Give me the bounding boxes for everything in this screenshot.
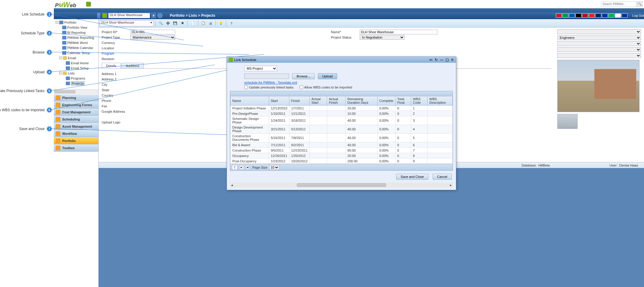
table-row[interactable]: Design Development Phase3/21/20115/13/20…: [231, 125, 453, 134]
column-header[interactable]: Total Float: [395, 96, 411, 106]
next-page-icon[interactable]: ▸: [239, 165, 244, 170]
browse-button[interactable]: Browse...: [292, 73, 315, 79]
last-page-icon[interactable]: ▸|: [246, 165, 251, 170]
cancel-button[interactable]: Cancel: [433, 174, 452, 180]
tree-item[interactable]: Portfolio View: [54, 25, 98, 30]
tree-email[interactable]: −Email: [54, 55, 98, 60]
project-thumbnail[interactable]: [557, 114, 578, 129]
pin-icon[interactable]: ↤: [429, 58, 433, 62]
tree-item[interactable]: Email Home: [54, 60, 98, 65]
module-planning[interactable]: Planning: [54, 94, 98, 101]
table-row[interactable]: Schematic Design Phase1/24/20113/18/2011…: [231, 116, 453, 125]
tree-item[interactable]: PMWeb Reporting: [54, 35, 98, 40]
table-row[interactable]: Construction Phase9/5/201112/23/201180.0…: [231, 148, 453, 153]
allow-wbs-check[interactable]: Allow WBS codes to be imported: [300, 86, 352, 89]
modal-h-scrollbar[interactable]: ◂▸: [230, 183, 453, 187]
flag-icon[interactable]: [602, 13, 608, 18]
flag-icon[interactable]: [615, 13, 621, 18]
logout-link[interactable]: Log Out: [632, 14, 644, 17]
module-portfolio[interactable]: Portfolio: [54, 137, 98, 144]
schedule-type-select[interactable]: MS Project: [244, 66, 277, 71]
update-linked-check[interactable]: Update previously linked tasks: [244, 86, 294, 89]
tree-item[interactable]: PMWeb Calendar: [54, 45, 98, 50]
close-icon[interactable]: ✕: [451, 58, 454, 62]
right-select-1[interactable]: [557, 29, 641, 34]
save-and-close-button[interactable]: Save and Close: [396, 174, 428, 180]
home-icon[interactable]: [86, 2, 91, 7]
column-header[interactable]: Finish: [289, 96, 309, 106]
tree-item[interactable]: BI Reporting: [54, 30, 98, 35]
copy-icon[interactable]: 📄: [190, 20, 196, 27]
save-icon[interactable]: 💾: [172, 20, 178, 27]
page-number[interactable]: 1: [232, 165, 237, 170]
module-engineering-forms[interactable]: Engineering Forms: [54, 101, 98, 109]
link-schedule-icon[interactable]: [157, 13, 163, 18]
module-toolbox[interactable]: Toolbox: [54, 144, 98, 152]
tree-root[interactable]: −Portfolio: [54, 20, 98, 25]
column-header[interactable]: WBS Code: [411, 96, 427, 106]
column-header[interactable]: Name: [231, 96, 269, 106]
flag-icon[interactable]: [622, 13, 628, 18]
print-icon[interactable]: 🖨: [207, 20, 214, 27]
minimize-icon[interactable]: —: [440, 58, 443, 62]
tab-additional[interactable]: Additionz: [121, 63, 144, 68]
column-header[interactable]: Actual Start: [309, 96, 327, 106]
tree-scrollbar[interactable]: [54, 89, 98, 94]
module-cost-management[interactable]: Cost Management: [54, 109, 98, 116]
template-file-link[interactable]: schedule-for PMWeb - Template.xml: [244, 81, 297, 84]
project-selector-arrow-icon[interactable]: ▾: [151, 13, 156, 18]
tab-details[interactable]: Details: [102, 63, 121, 68]
flag-icon[interactable]: [589, 13, 595, 18]
clipboard-icon[interactable]: 📋: [200, 20, 207, 27]
flag-icon[interactable]: [582, 13, 588, 18]
table-row[interactable]: Pre-DesignPhase1/10/20111/21/201110.000.…: [231, 111, 453, 116]
tree-item[interactable]: Projects: [54, 81, 98, 86]
name-input[interactable]: [360, 30, 437, 34]
tree-item[interactable]: Programs: [54, 76, 98, 81]
project-id-input[interactable]: [130, 30, 175, 34]
toolbar-record-select[interactable]: DLH Shoe Warehouse ▾: [100, 20, 154, 26]
project-type-select[interactable]: Maintenance: [130, 35, 175, 40]
search-icon[interactable]: 🔍: [158, 20, 164, 27]
right-engineers-select[interactable]: Engineers: [557, 35, 641, 40]
refresh-icon[interactable]: ↻: [434, 58, 438, 62]
add-icon[interactable]: ➕: [165, 20, 171, 27]
tree-item[interactable]: Calendar Setup: [54, 50, 98, 55]
right-select-3[interactable]: [557, 41, 641, 46]
help-icon[interactable]: ?: [228, 20, 235, 27]
module-workflow[interactable]: Workflow: [54, 130, 98, 137]
flag-icon[interactable]: [595, 13, 601, 18]
tree-item[interactable]: Email Setup: [54, 65, 98, 71]
search-input[interactable]: [601, 1, 637, 7]
table-row[interactable]: Project Initiation Phase12/13/20101/7/20…: [231, 106, 453, 111]
right-select-5[interactable]: [557, 53, 641, 58]
module-scheduling[interactable]: Scheduling: [54, 116, 98, 123]
right-select-4[interactable]: [557, 47, 641, 52]
flag-icon[interactable]: [569, 13, 575, 18]
table-row[interactable]: Bid & Award7/11/20119/2/201140.000.00%06: [231, 142, 453, 148]
delete-icon[interactable]: ✖: [179, 20, 186, 27]
idea-icon[interactable]: 💡: [218, 20, 224, 27]
flag-icon[interactable]: [608, 13, 614, 18]
column-header[interactable]: Start: [269, 96, 289, 106]
flag-icon[interactable]: [556, 13, 562, 18]
column-header[interactable]: Actual Finish: [327, 96, 346, 106]
status-select[interactable]: In Negotiation: [360, 35, 405, 40]
table-row[interactable]: Construction Documents Phase5/16/20117/8…: [231, 134, 453, 142]
tree-item[interactable]: PMWeb Word: [54, 40, 98, 45]
file-path-input[interactable]: [244, 74, 289, 79]
column-header[interactable]: WBS Description: [428, 96, 453, 106]
module-asset-management[interactable]: Asset Management: [54, 123, 98, 130]
tree-lists[interactable]: −Lists: [54, 71, 98, 76]
table-row[interactable]: Occupancy12/26/20111/20/201220.000.00%08: [231, 153, 453, 158]
page-size-select[interactable]: 10: [269, 165, 279, 170]
flag-icon[interactable]: [562, 13, 568, 18]
maximize-icon[interactable]: ▢: [445, 58, 449, 62]
program-link[interactable]: Program: [102, 52, 130, 55]
column-header[interactable]: Complete: [377, 96, 395, 106]
search-button[interactable]: 🔍: [637, 1, 643, 7]
upload-button[interactable]: Upload: [318, 73, 337, 79]
flag-icon[interactable]: [576, 13, 582, 18]
table-row[interactable]: Post-Occupancy1/23/201210/26/2012200.000…: [231, 158, 453, 164]
project-selector[interactable]: DLH Shoe Warehouse: [108, 13, 150, 18]
